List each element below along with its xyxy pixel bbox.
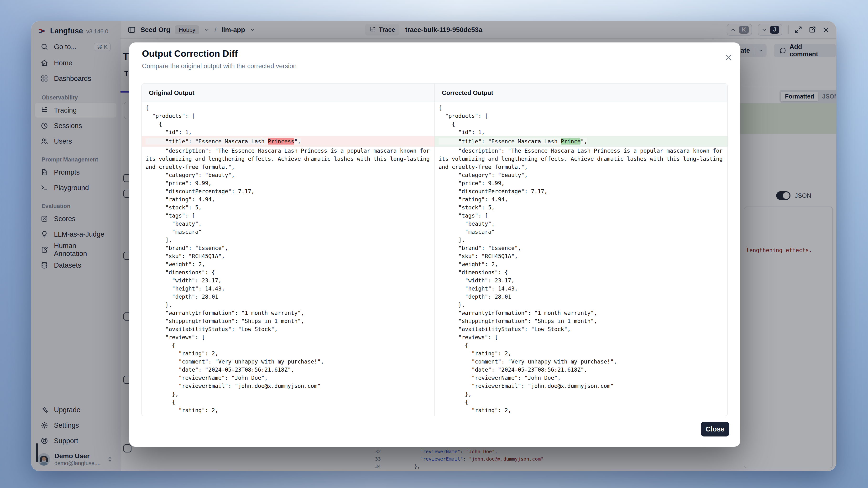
code-line: "description": "The Essence Mascara Lash…: [146, 147, 431, 171]
diff-line-removed: "title": "Essence Mascara Lash Princess"…: [142, 136, 434, 147]
code-line: {: [438, 120, 724, 128]
code-line: "height": 14.43,: [438, 285, 724, 293]
code-line: "depth": 28.01: [438, 293, 724, 301]
code-line: "category": "beauty",: [438, 171, 724, 179]
code-line: "products": [: [438, 112, 724, 120]
code-line: {: [438, 398, 724, 406]
code-line: "comment": "Very unhappy with my purchas…: [146, 358, 431, 366]
code-line: "reviews": [: [438, 333, 724, 341]
code-line: "reviewerName": "John Doe",: [146, 374, 431, 382]
diff-changed-word: Prince: [561, 138, 581, 144]
code-line: "shippingInformation": "Ships in 1 month…: [438, 317, 724, 325]
code-line: "weight": 2,: [146, 260, 431, 268]
code-line: "reviewerEmail": "john.doe@x.dummyjson.c…: [146, 382, 431, 390]
code-line: {: [146, 341, 431, 350]
code-line: "weight": 2,: [438, 260, 724, 268]
code-line: },: [146, 301, 431, 309]
code-line: "rating": 2,: [438, 406, 724, 414]
code-line: {: [146, 398, 431, 406]
code-line: "description": "The Essence Mascara Lash…: [438, 147, 724, 171]
code-line: "rating": 4.94,: [438, 195, 724, 203]
code-line: {: [146, 104, 431, 112]
original-output-pane[interactable]: { "products": [ { "id": 1, "title": "Ess…: [142, 102, 434, 416]
code-line: {: [438, 341, 724, 350]
code-line: {: [146, 120, 431, 128]
diff-body: { "products": [ { "id": 1, "title": "Ess…: [142, 102, 727, 416]
code-line: "stock": 5,: [438, 203, 724, 212]
corrected-output-header: Corrected Output: [434, 84, 727, 102]
code-line: "products": [: [146, 112, 431, 120]
code-line: "id": 1,: [438, 128, 724, 136]
code-line: "category": "beauty",: [146, 171, 431, 179]
code-line: "discountPercentage": 7.17,: [438, 187, 724, 195]
code-line: "shippingInformation": "Ships in 1 month…: [146, 317, 431, 325]
code-line: "price": 9.99,: [146, 179, 431, 187]
modal-subtitle: Compare the original output with the cor…: [142, 63, 297, 70]
app-window: Langfuse v3.146.0 Go to... ⌘ K HomeDashb…: [31, 21, 836, 471]
code-line: "brand": "Essence",: [146, 244, 431, 252]
modal-close-icon[interactable]: [724, 53, 733, 62]
diff-line-added: "title": "Essence Mascara Lash Prince",: [435, 136, 727, 147]
output-correction-diff-modal: Output Correction Diff Compare the origi…: [129, 42, 740, 447]
code-line: },: [438, 301, 724, 309]
diff-changed-word: Princess: [268, 138, 294, 144]
code-line: ],: [146, 236, 431, 244]
code-line: "tags": [: [146, 212, 431, 220]
code-line: "warrantyInformation": "1 month warranty…: [146, 309, 431, 317]
corrected-output-pane[interactable]: { "products": [ { "id": 1, "title": "Ess…: [434, 102, 727, 416]
code-line: "width": 23.17,: [438, 276, 724, 285]
code-line: "rating": 2,: [146, 406, 431, 414]
code-line: "reviewerName": "John Doe",: [438, 374, 724, 382]
code-line: "date": "2024-05-23T08:56:21.618Z",: [146, 366, 431, 374]
code-line: "date": "2024-05-23T08:56:21.618Z",: [438, 366, 724, 374]
modal-title: Output Correction Diff: [142, 48, 238, 59]
code-line: "discountPercentage": 7.17,: [146, 187, 431, 195]
code-line: "reviews": [: [146, 333, 431, 341]
code-line: "sku": "RCH45Q1A",: [146, 252, 431, 260]
code-line: "beauty",: [146, 220, 431, 228]
code-line: "tags": [: [438, 212, 724, 220]
code-line: "stock": 5,: [146, 203, 431, 212]
code-line: ],: [438, 236, 724, 244]
code-line: "comment": "Very unhappy with my purchas…: [438, 358, 724, 366]
diff-table: Original Output Corrected Output { "prod…: [142, 84, 728, 416]
code-line: "price": 9.99,: [438, 179, 724, 187]
code-line: "mascara": [146, 228, 431, 236]
code-line: "dimensions": {: [146, 268, 431, 276]
code-line: "reviewerEmail": "john.doe@x.dummyjson.c…: [438, 382, 724, 390]
code-line: "depth": 28.01: [146, 293, 431, 301]
code-line: "warrantyInformation": "1 month warranty…: [438, 309, 724, 317]
code-line: "id": 1,: [146, 128, 431, 136]
diff-header-row: Original Output Corrected Output: [142, 84, 727, 102]
code-line: "availabilityStatus": "Low Stock",: [146, 325, 431, 333]
code-line: "brand": "Essence",: [438, 244, 724, 252]
code-line: },: [146, 390, 431, 398]
code-line: "height": 14.43,: [146, 285, 431, 293]
code-line: "availabilityStatus": "Low Stock",: [438, 325, 724, 333]
code-line: "rating": 2,: [438, 350, 724, 358]
code-line: "mascara": [438, 228, 724, 236]
code-line: "width": 23.17,: [146, 276, 431, 285]
code-line: {: [438, 104, 724, 112]
original-output-header: Original Output: [142, 84, 434, 102]
code-line: "rating": 2,: [146, 350, 431, 358]
code-line: "beauty",: [438, 220, 724, 228]
close-button[interactable]: Close: [701, 422, 730, 436]
code-line: },: [438, 390, 724, 398]
code-line: "rating": 4.94,: [146, 195, 431, 203]
code-line: "sku": "RCH45Q1A",: [438, 252, 724, 260]
code-line: "dimensions": {: [438, 268, 724, 276]
